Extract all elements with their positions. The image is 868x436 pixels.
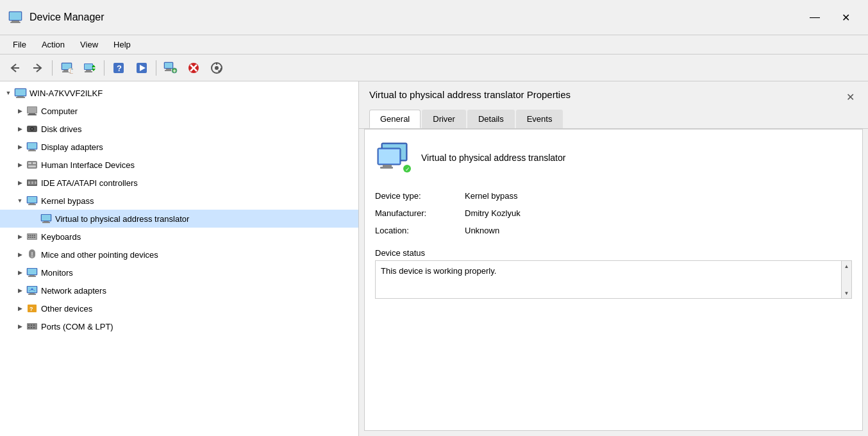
- ide-expander[interactable]: [14, 177, 26, 189]
- ports-icon: [26, 320, 38, 333]
- svg-rect-75: [32, 237, 33, 238]
- svg-rect-83: [28, 276, 36, 277]
- tabs-bar: General Driver Details Events: [359, 110, 868, 129]
- tree-network[interactable]: Network adapters: [0, 281, 358, 299]
- ports-label: Ports (COM & LPT): [41, 322, 113, 331]
- computer-expander[interactable]: [14, 105, 26, 117]
- toolbar-add-device[interactable]: +: [160, 58, 181, 78]
- toolbar-run[interactable]: [131, 58, 153, 78]
- computer-label: Computer: [41, 106, 78, 116]
- network-expander[interactable]: [14, 285, 26, 296]
- svg-rect-74: [30, 237, 31, 238]
- menu-file[interactable]: File: [5, 37, 34, 52]
- toolbar-help[interactable]: ?: [108, 58, 129, 78]
- ports-expander[interactable]: [14, 321, 26, 332]
- device-type-label: Device type:: [375, 191, 465, 201]
- tree-monitors[interactable]: Monitors: [0, 264, 358, 281]
- other-label: Other devices: [41, 304, 92, 314]
- svg-rect-38: [16, 97, 25, 98]
- tree-mice[interactable]: Mice and other pointing devices: [0, 246, 358, 264]
- virtual-icon: [40, 212, 53, 225]
- svg-rect-97: [28, 327, 29, 328]
- display-expander[interactable]: [14, 141, 26, 153]
- tab-general[interactable]: General: [369, 110, 421, 128]
- svg-rect-81: [28, 269, 37, 274]
- minimize-button[interactable]: —: [800, 7, 830, 28]
- other-expander[interactable]: [14, 303, 26, 314]
- svg-rect-50: [27, 161, 37, 169]
- menu-help[interactable]: Help: [106, 37, 138, 52]
- scrollbar-up[interactable]: ▲: [842, 261, 852, 271]
- tree-keyboards[interactable]: Keyboards: [0, 228, 358, 246]
- root-expander[interactable]: [3, 87, 14, 99]
- scrollbar-down[interactable]: ▼: [842, 288, 852, 298]
- tree-virtual[interactable]: Virtual to physical address translator: [0, 210, 358, 228]
- location-label: Location:: [375, 226, 465, 235]
- properties-close-button[interactable]: ✕: [842, 89, 858, 105]
- toolbar-separator-2: [104, 60, 104, 76]
- tab-driver[interactable]: Driver: [422, 110, 466, 128]
- device-display-name: Virtual to physical address translator: [421, 153, 565, 163]
- keyboards-label: Keyboards: [41, 232, 81, 242]
- svg-text:?: ?: [29, 306, 33, 312]
- network-icon: [26, 284, 38, 297]
- tree-root[interactable]: WIN-A7KVVF2ILKF: [0, 84, 358, 102]
- tree-other[interactable]: ? Other devices: [0, 299, 358, 317]
- svg-rect-4: [12, 67, 19, 69]
- hid-expander[interactable]: [14, 159, 26, 171]
- kernel-icon: [26, 194, 38, 207]
- toolbar-properties[interactable]: 📋: [56, 58, 78, 78]
- svg-rect-52: [33, 162, 36, 164]
- window-controls: — ✕: [800, 7, 860, 28]
- manufacturer-value: Dmitry Kozlyuk: [465, 208, 852, 218]
- svg-rect-57: [31, 181, 33, 184]
- tree-disk-drives[interactable]: Disk drives: [0, 120, 358, 138]
- kernel-expander[interactable]: [14, 195, 26, 206]
- toolbar-uninstall[interactable]: [183, 58, 204, 78]
- display-label: Display adapters: [41, 142, 103, 152]
- toolbar-separator-3: [156, 60, 156, 76]
- svg-rect-76: [34, 237, 35, 238]
- keyboards-expander[interactable]: [14, 231, 26, 242]
- tree-display[interactable]: Display adapters: [0, 138, 358, 156]
- mice-icon: [26, 248, 38, 261]
- tab-events[interactable]: Events: [516, 110, 563, 128]
- device-status-label: Device status: [375, 248, 852, 258]
- toolbar: 📋 ? +: [0, 55, 868, 81]
- device-tree[interactable]: WIN-A7KVVF2ILKF Computer: [0, 81, 359, 436]
- toolbar-scan[interactable]: [206, 58, 228, 78]
- tree-kernel[interactable]: Kernel bypass: [0, 192, 358, 210]
- root-label: WIN-A7KVVF2ILKF: [29, 88, 103, 98]
- main-content: WIN-A7KVVF2ILKF Computer: [0, 81, 868, 436]
- menu-action[interactable]: Action: [34, 37, 72, 52]
- svg-text:+: +: [173, 67, 176, 74]
- device-info-header: ✓ Virtual to physical address translator: [375, 140, 852, 176]
- toolbar-forward[interactable]: [27, 58, 49, 78]
- svg-rect-98: [31, 327, 32, 328]
- tree-ports[interactable]: Ports (COM & LPT): [0, 317, 358, 335]
- tab-details[interactable]: Details: [467, 110, 515, 128]
- keyboards-icon: [26, 230, 38, 243]
- disk-expander[interactable]: [14, 123, 26, 135]
- monitors-expander[interactable]: [14, 267, 26, 278]
- close-button[interactable]: ✕: [831, 7, 860, 28]
- menu-view[interactable]: View: [72, 37, 106, 52]
- svg-rect-105: [379, 149, 399, 164]
- svg-rect-13: [85, 64, 92, 69]
- svg-rect-70: [30, 235, 31, 236]
- svg-rect-93: [27, 323, 37, 330]
- properties-title: Virtual to physical address translator P…: [369, 89, 571, 100]
- status-scrollbar[interactable]: ▲ ▼: [841, 261, 851, 298]
- svg-rect-56: [28, 181, 30, 184]
- svg-rect-96: [33, 324, 35, 326]
- toolbar-back[interactable]: [4, 58, 26, 78]
- svg-rect-58: [35, 181, 37, 184]
- title-bar: Device Manager — ✕: [0, 0, 868, 35]
- tree-hid[interactable]: Human Interface Devices: [0, 156, 358, 174]
- mice-expander[interactable]: [14, 249, 26, 260]
- svg-rect-42: [28, 114, 37, 115]
- tree-computer[interactable]: Computer: [0, 102, 358, 120]
- toolbar-update-driver[interactable]: [79, 58, 101, 78]
- svg-rect-3: [10, 12, 21, 20]
- tree-ide[interactable]: IDE ATA/ATAPI controllers: [0, 174, 358, 192]
